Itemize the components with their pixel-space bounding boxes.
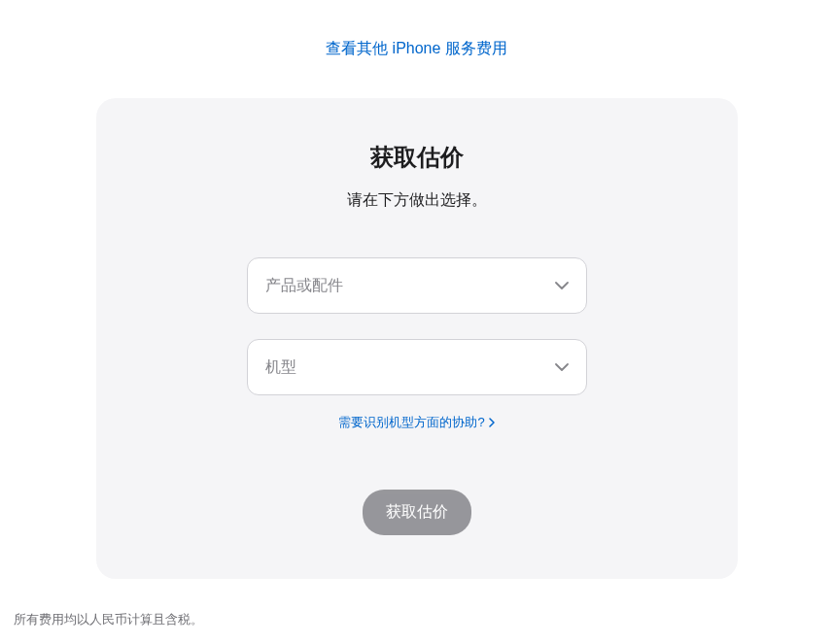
help-link-container: 需要识别机型方面的协助? <box>125 413 709 431</box>
chevron-down-icon <box>555 282 569 289</box>
estimate-card: 获取估价 请在下方做出选择。 产品或配件 机型 <box>96 98 738 579</box>
top-link-container: 查看其他 iPhone 服务费用 <box>10 39 823 59</box>
product-select-label: 产品或配件 <box>265 276 343 296</box>
product-select-wrapper: 产品或配件 <box>247 257 587 314</box>
chevron-down-icon <box>555 363 569 371</box>
model-select-label: 机型 <box>265 357 296 378</box>
model-select-wrapper: 机型 <box>247 339 587 395</box>
footer-line-1: 所有费用均以人民币计算且含税。 <box>14 608 819 632</box>
model-select[interactable]: 机型 <box>247 339 587 395</box>
card-title: 获取估价 <box>125 142 709 173</box>
footer-text: 所有费用均以人民币计算且含税。 截至 2023 年 2 月底, 保外电池服务的费… <box>10 608 823 644</box>
product-select[interactable]: 产品或配件 <box>247 257 587 314</box>
help-link-label: 需要识别机型方面的协助? <box>338 414 484 431</box>
card-subtitle: 请在下方做出选择。 <box>125 190 709 211</box>
chevron-right-icon <box>489 416 495 430</box>
model-help-link[interactable]: 需要识别机型方面的协助? <box>338 414 494 431</box>
get-estimate-button[interactable]: 获取估价 <box>363 490 471 535</box>
other-fees-link[interactable]: 查看其他 iPhone 服务费用 <box>326 40 507 56</box>
